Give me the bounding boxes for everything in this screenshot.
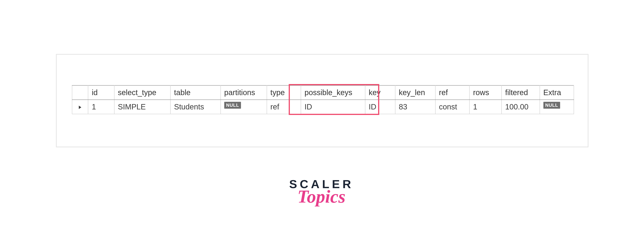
col-filtered[interactable]: filtered xyxy=(502,85,540,100)
result-panel: id select_type table partitions type pos… xyxy=(56,54,588,147)
col-type[interactable]: type xyxy=(267,85,301,100)
col-possible-keys[interactable]: possible_keys xyxy=(301,85,365,100)
header-row: id select_type table partitions type pos… xyxy=(72,85,574,100)
col-key[interactable]: key xyxy=(365,85,395,100)
explain-table: id select_type table partitions type pos… xyxy=(72,85,574,114)
col-handle[interactable] xyxy=(72,85,88,100)
col-table[interactable]: table xyxy=(170,85,221,100)
cell-possible-keys[interactable]: ID xyxy=(301,100,365,114)
cell-filtered[interactable]: 100.00 xyxy=(502,100,540,114)
col-rows[interactable]: rows xyxy=(470,85,502,100)
col-partitions[interactable]: partitions xyxy=(221,85,267,100)
null-badge: NULL xyxy=(544,102,560,109)
col-id[interactable]: id xyxy=(88,85,114,100)
cell-id[interactable]: 1 xyxy=(88,100,114,114)
col-select-type[interactable]: select_type xyxy=(114,85,170,100)
col-extra[interactable]: Extra xyxy=(540,85,574,100)
cell-ref[interactable]: const xyxy=(435,100,470,114)
cell-extra[interactable]: NULL xyxy=(540,100,574,114)
svg-marker-0 xyxy=(79,106,82,109)
cell-rows[interactable]: 1 xyxy=(470,100,502,114)
col-key-len[interactable]: key_len xyxy=(395,85,435,100)
table-row[interactable]: 1 SIMPLE Students NULL ref ID ID 83 cons… xyxy=(72,100,574,114)
cell-key-len[interactable]: 83 xyxy=(395,100,435,114)
null-badge: NULL xyxy=(224,102,241,109)
cell-table[interactable]: Students xyxy=(170,100,221,114)
cell-type[interactable]: ref xyxy=(267,100,301,114)
row-caret-icon[interactable] xyxy=(72,100,88,114)
brand-logo: SCALER Topics xyxy=(280,177,363,207)
explain-table-wrap: id select_type table partitions type pos… xyxy=(72,85,574,114)
cell-key[interactable]: ID xyxy=(365,100,395,114)
cell-select-type[interactable]: SIMPLE xyxy=(114,100,170,114)
cell-partitions[interactable]: NULL xyxy=(221,100,267,114)
col-ref[interactable]: ref xyxy=(435,85,470,100)
